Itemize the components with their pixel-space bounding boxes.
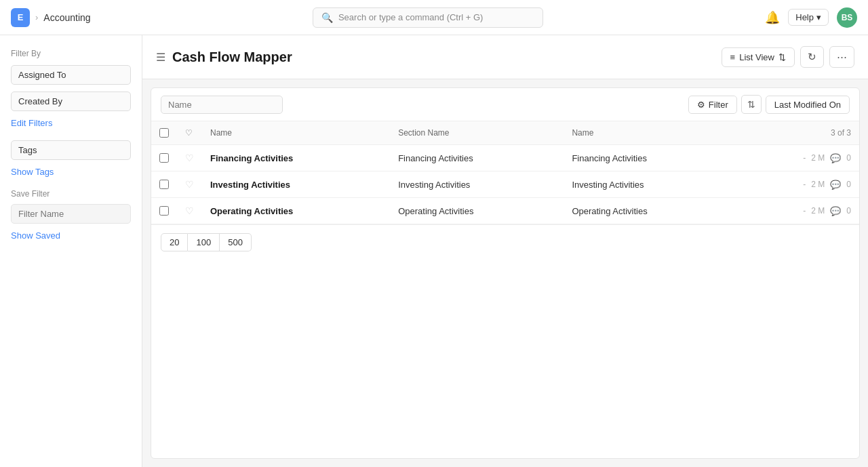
sidebar: Filter By Assigned To Created By Edit Fi… xyxy=(0,35,142,467)
save-filter-label: Save Filter xyxy=(11,189,131,199)
user-avatar[interactable]: BS xyxy=(837,7,857,28)
main-layout: Filter By Assigned To Created By Edit Fi… xyxy=(0,35,868,467)
row-name2: Investing Activities xyxy=(564,171,737,198)
col-header-name2: Name xyxy=(564,121,737,145)
page-size-100[interactable]: 100 xyxy=(188,233,220,251)
filter-button[interactable]: ⚙ Filter xyxy=(688,96,737,114)
row-age: 2 M xyxy=(811,206,825,216)
row-name[interactable]: Investing Activities xyxy=(202,171,390,198)
list-view-label: List View xyxy=(739,52,774,62)
nav-left: E › Accounting xyxy=(11,8,91,27)
filter-icon: ⚙ xyxy=(697,100,705,110)
col-header-section-name: Section Name xyxy=(390,121,564,145)
table-row: ♡ Investing Activities Investing Activit… xyxy=(151,171,859,198)
row-checkbox-cell xyxy=(151,198,177,224)
assigned-to-select[interactable]: Assigned To xyxy=(11,65,131,85)
row-comment-count: 0 xyxy=(846,153,851,163)
help-button[interactable]: Help ▾ xyxy=(788,9,829,26)
row-meta-cell: - 2 M 💬 0 xyxy=(738,171,859,198)
row-dash: - xyxy=(803,206,806,216)
app-icon[interactable]: E xyxy=(11,8,30,27)
row-age: 2 M xyxy=(811,180,825,189)
col-header-fav: ♡ xyxy=(177,121,202,145)
row-comment-count: 0 xyxy=(846,180,851,189)
row-name[interactable]: Financing Activities xyxy=(202,145,390,171)
row-checkbox[interactable] xyxy=(159,206,169,216)
help-chevron-icon: ▾ xyxy=(816,12,821,22)
more-options-button[interactable]: ⋯ xyxy=(829,46,854,68)
row-dash: - xyxy=(803,153,806,163)
page-size-500[interactable]: 500 xyxy=(220,233,252,251)
row-age: 2 M xyxy=(811,153,825,163)
filter-label: Filter xyxy=(709,100,728,110)
select-all-checkbox[interactable] xyxy=(159,128,169,138)
nav-center: 🔍 Search or type a command (Ctrl + G) xyxy=(91,7,766,28)
row-fav-cell: ♡ xyxy=(177,171,202,198)
breadcrumb-accounting[interactable]: Accounting xyxy=(43,12,90,23)
comment-icon[interactable]: 💬 xyxy=(830,206,841,216)
list-view-chevron-icon: ⇅ xyxy=(778,52,786,62)
record-count: 3 of 3 xyxy=(738,121,859,145)
table-toolbar: ⚙ Filter ⇅ Last Modified On xyxy=(151,88,859,121)
main-table: ♡ Name Section Name Name 3 of 3 ♡ xyxy=(151,121,859,224)
heart-header-icon: ♡ xyxy=(185,128,193,138)
row-name2: Operating Activities xyxy=(564,198,737,224)
row-section-name: Investing Activities xyxy=(390,171,564,198)
row-section-name: Financing Activities xyxy=(390,145,564,171)
last-modified-button[interactable]: Last Modified On xyxy=(766,96,850,114)
show-saved-link[interactable]: Show Saved xyxy=(11,230,131,241)
page-header: ☰ Cash Flow Mapper ≡ List View ⇅ ↻ ⋯ xyxy=(142,35,868,79)
table-row: ♡ Financing Activities Financing Activit… xyxy=(151,145,859,171)
pagination: 20 100 500 xyxy=(151,224,859,260)
comment-icon[interactable]: 💬 xyxy=(830,180,841,190)
sort-button[interactable]: ⇅ xyxy=(741,95,762,114)
row-checkbox[interactable] xyxy=(159,153,169,163)
heart-icon[interactable]: ♡ xyxy=(185,205,194,216)
table-container: ⚙ Filter ⇅ Last Modified On xyxy=(151,87,860,459)
row-section-name: Operating Activities xyxy=(390,198,564,224)
row-checkbox[interactable] xyxy=(159,180,169,189)
nav-right: 🔔 Help ▾ BS xyxy=(765,7,857,28)
filter-by-label: Filter By xyxy=(11,49,131,58)
help-label: Help xyxy=(795,12,814,22)
row-meta-cell: - 2 M 💬 0 xyxy=(738,145,859,171)
breadcrumb-separator: › xyxy=(35,12,38,22)
table-row: ♡ Operating Activities Operating Activit… xyxy=(151,198,859,224)
content-area: ☰ Cash Flow Mapper ≡ List View ⇅ ↻ ⋯ xyxy=(142,35,868,467)
row-comment-count: 0 xyxy=(846,206,851,216)
menu-icon[interactable]: ☰ xyxy=(156,51,165,64)
row-dash: - xyxy=(803,180,806,189)
page-size-20[interactable]: 20 xyxy=(161,233,188,251)
table-search-input[interactable] xyxy=(161,96,283,114)
row-checkbox-cell xyxy=(151,171,177,198)
list-view-button[interactable]: ≡ List View ⇅ xyxy=(722,47,795,67)
heart-icon[interactable]: ♡ xyxy=(185,153,194,163)
row-checkbox-cell xyxy=(151,145,177,171)
page-header-left: ☰ Cash Flow Mapper xyxy=(156,49,292,65)
row-name[interactable]: Operating Activities xyxy=(202,198,390,224)
col-header-checkbox xyxy=(151,121,177,145)
global-search-bar[interactable]: 🔍 Search or type a command (Ctrl + G) xyxy=(313,7,543,28)
refresh-button[interactable]: ↻ xyxy=(800,46,824,68)
created-by-select[interactable]: Created By xyxy=(11,92,131,111)
search-icon: 🔍 xyxy=(321,12,333,23)
row-fav-cell: ♡ xyxy=(177,198,202,224)
top-nav: E › Accounting 🔍 Search or type a comman… xyxy=(0,0,868,35)
list-view-icon: ≡ xyxy=(730,52,736,62)
comment-icon[interactable]: 💬 xyxy=(830,153,841,163)
show-tags-link[interactable]: Show Tags xyxy=(11,167,131,177)
filter-name-input[interactable] xyxy=(11,204,131,224)
page-title: Cash Flow Mapper xyxy=(172,49,292,65)
search-placeholder-text: Search or type a command (Ctrl + G) xyxy=(338,12,484,22)
row-name2: Financing Activities xyxy=(564,145,737,171)
page-header-right: ≡ List View ⇅ ↻ ⋯ xyxy=(722,46,854,68)
row-meta-cell: - 2 M 💬 0 xyxy=(738,198,859,224)
col-header-name: Name xyxy=(202,121,390,145)
edit-filters-link[interactable]: Edit Filters xyxy=(11,118,131,128)
table-toolbar-right: ⚙ Filter ⇅ Last Modified On xyxy=(688,95,850,114)
row-fav-cell: ♡ xyxy=(177,145,202,171)
notification-bell-icon[interactable]: 🔔 xyxy=(765,10,780,25)
tags-select[interactable]: Tags xyxy=(11,140,131,160)
heart-icon[interactable]: ♡ xyxy=(185,179,194,190)
